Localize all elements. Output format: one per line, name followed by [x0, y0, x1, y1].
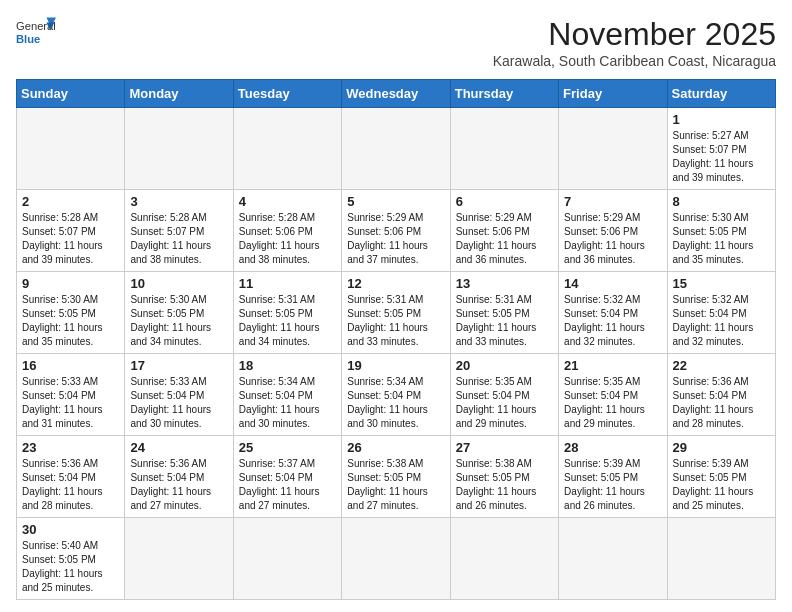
day-number: 3 [130, 194, 227, 209]
day-info: Sunrise: 5:28 AMSunset: 5:07 PMDaylight:… [130, 211, 227, 267]
day-info: Sunrise: 5:38 AMSunset: 5:05 PMDaylight:… [456, 457, 553, 513]
calendar-day-cell [559, 518, 667, 600]
calendar-day-cell [342, 518, 450, 600]
calendar-day-cell: 11Sunrise: 5:31 AMSunset: 5:05 PMDayligh… [233, 272, 341, 354]
day-info: Sunrise: 5:30 AMSunset: 5:05 PMDaylight:… [130, 293, 227, 349]
day-number: 26 [347, 440, 444, 455]
calendar-week-row: 16Sunrise: 5:33 AMSunset: 5:04 PMDayligh… [17, 354, 776, 436]
calendar-day-cell: 4Sunrise: 5:28 AMSunset: 5:06 PMDaylight… [233, 190, 341, 272]
day-of-week-header: Wednesday [342, 80, 450, 108]
day-info: Sunrise: 5:29 AMSunset: 5:06 PMDaylight:… [564, 211, 661, 267]
day-number: 7 [564, 194, 661, 209]
day-number: 10 [130, 276, 227, 291]
calendar-day-cell: 17Sunrise: 5:33 AMSunset: 5:04 PMDayligh… [125, 354, 233, 436]
day-of-week-header: Sunday [17, 80, 125, 108]
calendar-day-cell: 13Sunrise: 5:31 AMSunset: 5:05 PMDayligh… [450, 272, 558, 354]
day-info: Sunrise: 5:30 AMSunset: 5:05 PMDaylight:… [22, 293, 119, 349]
calendar-day-cell: 6Sunrise: 5:29 AMSunset: 5:06 PMDaylight… [450, 190, 558, 272]
day-info: Sunrise: 5:32 AMSunset: 5:04 PMDaylight:… [673, 293, 770, 349]
calendar-week-row: 30Sunrise: 5:40 AMSunset: 5:05 PMDayligh… [17, 518, 776, 600]
calendar-day-cell: 21Sunrise: 5:35 AMSunset: 5:04 PMDayligh… [559, 354, 667, 436]
day-number: 1 [673, 112, 770, 127]
day-number: 19 [347, 358, 444, 373]
calendar-table: SundayMondayTuesdayWednesdayThursdayFrid… [16, 79, 776, 600]
day-number: 27 [456, 440, 553, 455]
calendar-day-cell: 15Sunrise: 5:32 AMSunset: 5:04 PMDayligh… [667, 272, 775, 354]
calendar-week-row: 23Sunrise: 5:36 AMSunset: 5:04 PMDayligh… [17, 436, 776, 518]
day-info: Sunrise: 5:40 AMSunset: 5:05 PMDaylight:… [22, 539, 119, 595]
calendar-day-cell: 9Sunrise: 5:30 AMSunset: 5:05 PMDaylight… [17, 272, 125, 354]
calendar-day-cell: 7Sunrise: 5:29 AMSunset: 5:06 PMDaylight… [559, 190, 667, 272]
calendar-day-cell: 10Sunrise: 5:30 AMSunset: 5:05 PMDayligh… [125, 272, 233, 354]
calendar-week-row: 9Sunrise: 5:30 AMSunset: 5:05 PMDaylight… [17, 272, 776, 354]
day-number: 20 [456, 358, 553, 373]
day-number: 14 [564, 276, 661, 291]
svg-text:Blue: Blue [16, 33, 40, 45]
calendar-day-cell [450, 108, 558, 190]
location-subtitle: Karawala, South Caribbean Coast, Nicarag… [493, 53, 776, 69]
calendar-day-cell: 18Sunrise: 5:34 AMSunset: 5:04 PMDayligh… [233, 354, 341, 436]
day-number: 5 [347, 194, 444, 209]
calendar-day-cell: 25Sunrise: 5:37 AMSunset: 5:04 PMDayligh… [233, 436, 341, 518]
day-number: 25 [239, 440, 336, 455]
day-number: 22 [673, 358, 770, 373]
day-number: 28 [564, 440, 661, 455]
calendar-day-cell [17, 108, 125, 190]
calendar-day-cell: 12Sunrise: 5:31 AMSunset: 5:05 PMDayligh… [342, 272, 450, 354]
calendar-day-cell [233, 518, 341, 600]
day-number: 24 [130, 440, 227, 455]
calendar-day-cell [450, 518, 558, 600]
calendar-week-row: 2Sunrise: 5:28 AMSunset: 5:07 PMDaylight… [17, 190, 776, 272]
day-info: Sunrise: 5:29 AMSunset: 5:06 PMDaylight:… [456, 211, 553, 267]
day-info: Sunrise: 5:28 AMSunset: 5:07 PMDaylight:… [22, 211, 119, 267]
day-info: Sunrise: 5:27 AMSunset: 5:07 PMDaylight:… [673, 129, 770, 185]
day-info: Sunrise: 5:39 AMSunset: 5:05 PMDaylight:… [564, 457, 661, 513]
calendar-day-cell: 28Sunrise: 5:39 AMSunset: 5:05 PMDayligh… [559, 436, 667, 518]
day-info: Sunrise: 5:39 AMSunset: 5:05 PMDaylight:… [673, 457, 770, 513]
calendar-day-cell: 27Sunrise: 5:38 AMSunset: 5:05 PMDayligh… [450, 436, 558, 518]
day-info: Sunrise: 5:37 AMSunset: 5:04 PMDaylight:… [239, 457, 336, 513]
day-of-week-header: Friday [559, 80, 667, 108]
day-number: 16 [22, 358, 119, 373]
calendar-day-cell [559, 108, 667, 190]
day-number: 23 [22, 440, 119, 455]
calendar-day-cell: 24Sunrise: 5:36 AMSunset: 5:04 PMDayligh… [125, 436, 233, 518]
day-info: Sunrise: 5:32 AMSunset: 5:04 PMDaylight:… [564, 293, 661, 349]
calendar-day-cell: 2Sunrise: 5:28 AMSunset: 5:07 PMDaylight… [17, 190, 125, 272]
day-of-week-header: Monday [125, 80, 233, 108]
day-info: Sunrise: 5:36 AMSunset: 5:04 PMDaylight:… [22, 457, 119, 513]
calendar-day-cell [667, 518, 775, 600]
day-number: 21 [564, 358, 661, 373]
day-number: 30 [22, 522, 119, 537]
day-number: 2 [22, 194, 119, 209]
title-area: November 2025 Karawala, South Caribbean … [493, 16, 776, 69]
calendar-week-row: 1Sunrise: 5:27 AMSunset: 5:07 PMDaylight… [17, 108, 776, 190]
day-number: 8 [673, 194, 770, 209]
day-number: 15 [673, 276, 770, 291]
general-blue-logo-icon: General Blue [16, 16, 56, 48]
day-number: 13 [456, 276, 553, 291]
calendar-day-cell [233, 108, 341, 190]
day-info: Sunrise: 5:30 AMSunset: 5:05 PMDaylight:… [673, 211, 770, 267]
day-number: 12 [347, 276, 444, 291]
day-info: Sunrise: 5:38 AMSunset: 5:05 PMDaylight:… [347, 457, 444, 513]
calendar-day-cell: 20Sunrise: 5:35 AMSunset: 5:04 PMDayligh… [450, 354, 558, 436]
day-of-week-header: Saturday [667, 80, 775, 108]
day-info: Sunrise: 5:28 AMSunset: 5:06 PMDaylight:… [239, 211, 336, 267]
day-info: Sunrise: 5:31 AMSunset: 5:05 PMDaylight:… [456, 293, 553, 349]
day-info: Sunrise: 5:36 AMSunset: 5:04 PMDaylight:… [673, 375, 770, 431]
day-info: Sunrise: 5:35 AMSunset: 5:04 PMDaylight:… [564, 375, 661, 431]
calendar-day-cell: 8Sunrise: 5:30 AMSunset: 5:05 PMDaylight… [667, 190, 775, 272]
calendar-day-cell: 1Sunrise: 5:27 AMSunset: 5:07 PMDaylight… [667, 108, 775, 190]
calendar-day-cell: 19Sunrise: 5:34 AMSunset: 5:04 PMDayligh… [342, 354, 450, 436]
day-number: 18 [239, 358, 336, 373]
day-of-week-header: Thursday [450, 80, 558, 108]
day-info: Sunrise: 5:33 AMSunset: 5:04 PMDaylight:… [130, 375, 227, 431]
day-info: Sunrise: 5:35 AMSunset: 5:04 PMDaylight:… [456, 375, 553, 431]
calendar-day-cell [125, 108, 233, 190]
day-info: Sunrise: 5:34 AMSunset: 5:04 PMDaylight:… [239, 375, 336, 431]
calendar-day-cell [125, 518, 233, 600]
day-info: Sunrise: 5:29 AMSunset: 5:06 PMDaylight:… [347, 211, 444, 267]
calendar-day-cell: 23Sunrise: 5:36 AMSunset: 5:04 PMDayligh… [17, 436, 125, 518]
calendar-day-cell: 5Sunrise: 5:29 AMSunset: 5:06 PMDaylight… [342, 190, 450, 272]
